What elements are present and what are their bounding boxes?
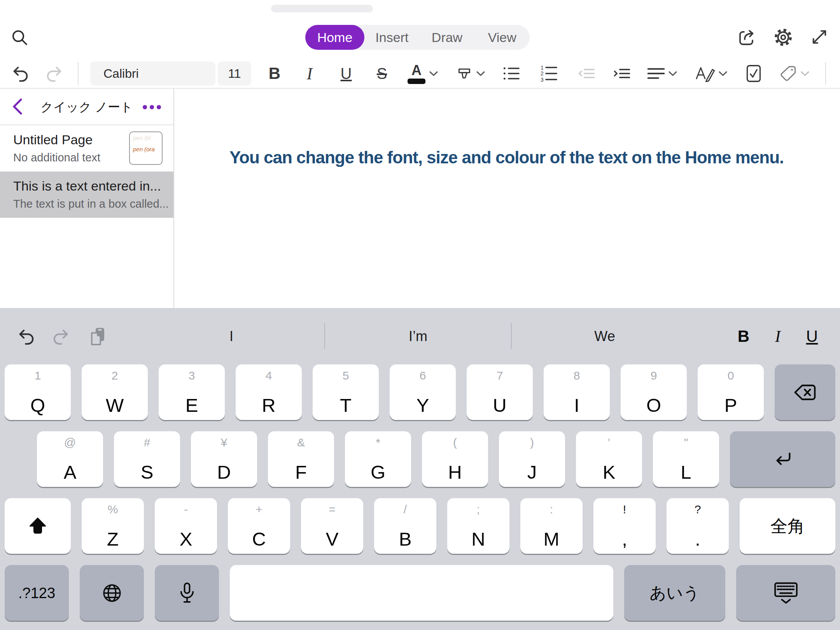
- key-N[interactable]: ;N: [447, 498, 509, 554]
- kb-bold-button[interactable]: B: [726, 327, 761, 346]
- underline-button[interactable]: U: [332, 59, 360, 88]
- key-E[interactable]: 3E: [159, 364, 225, 420]
- key-label: I: [544, 394, 610, 416]
- share-icon[interactable]: [737, 28, 756, 47]
- key-J[interactable]: )J: [499, 431, 565, 487]
- key-secondary-label: =: [301, 503, 363, 516]
- tab-draw[interactable]: Draw: [420, 25, 475, 50]
- key-R[interactable]: 4R: [236, 364, 302, 420]
- zenkaku-key[interactable]: 全角: [740, 498, 835, 554]
- key-F[interactable]: &F: [268, 431, 334, 487]
- font-color-button[interactable]: A: [401, 59, 444, 88]
- page-title: This is a text entered in...: [13, 178, 173, 194]
- key-Q[interactable]: 1Q: [5, 364, 71, 420]
- font-name-value: Calibri: [103, 66, 139, 81]
- key-V[interactable]: =V: [301, 498, 363, 554]
- key-X[interactable]: -X: [155, 498, 217, 554]
- globe-key[interactable]: [80, 565, 144, 621]
- key-O[interactable]: 9O: [621, 364, 687, 420]
- prediction-1[interactable]: I: [138, 308, 325, 364]
- page-list-item[interactable]: Untitled Page No additional text pen (bl…: [0, 125, 173, 172]
- key-I[interactable]: 8I: [544, 364, 610, 420]
- todo-checkbox-button[interactable]: [740, 59, 768, 88]
- key-label: C: [228, 528, 290, 550]
- key-label: E: [159, 394, 225, 416]
- numbers-mode-key[interactable]: .?123: [5, 565, 69, 621]
- key-D[interactable]: ¥D: [191, 431, 257, 487]
- key-label: Y: [390, 394, 456, 416]
- styles-button[interactable]: [690, 59, 733, 88]
- strikethrough-button[interactable]: S: [368, 59, 396, 88]
- key-C[interactable]: +C: [228, 498, 290, 554]
- key-secondary-label: 2: [82, 369, 148, 382]
- key-P[interactable]: 0P: [698, 364, 764, 420]
- tab-insert[interactable]: Insert: [364, 25, 420, 50]
- key-label: 全角: [740, 514, 835, 537]
- gear-icon[interactable]: [774, 28, 793, 47]
- kb-redo-icon[interactable]: [52, 327, 70, 345]
- paste-icon[interactable]: [88, 326, 108, 346]
- key-label: K: [576, 461, 642, 483]
- page-list-item-selected[interactable]: This is a text entered in... The text is…: [0, 172, 173, 218]
- delete-key[interactable]: [775, 364, 835, 420]
- outdent-button[interactable]: [572, 59, 600, 88]
- undo-icon[interactable]: [11, 59, 30, 88]
- bold-button[interactable]: B: [261, 59, 289, 88]
- shift-key[interactable]: [5, 498, 71, 554]
- key-B[interactable]: /B: [374, 498, 436, 554]
- chevron-down-icon: [668, 71, 677, 76]
- fullscreen-icon[interactable]: [810, 28, 829, 47]
- key-secondary-label: 1: [5, 369, 71, 382]
- redo-icon[interactable]: [45, 59, 64, 88]
- key-U[interactable]: 7U: [467, 364, 533, 420]
- key-label: .?123: [5, 584, 69, 601]
- space-key[interactable]: [230, 565, 613, 621]
- tab-view[interactable]: View: [474, 25, 530, 50]
- kb-underline-button[interactable]: U: [795, 327, 829, 346]
- key-G[interactable]: *G: [345, 431, 411, 487]
- dictation-key[interactable]: [155, 565, 219, 621]
- key-L[interactable]: "L: [653, 431, 719, 487]
- key-label: T: [313, 394, 379, 416]
- highlighter-button[interactable]: [448, 59, 493, 88]
- key-S[interactable]: #S: [114, 431, 180, 487]
- more-options-icon[interactable]: [143, 105, 161, 109]
- italic-button[interactable]: I: [296, 59, 324, 88]
- numbered-list-button[interactable]: 123: [535, 59, 563, 88]
- window-grabber[interactable]: [271, 5, 373, 12]
- kb-undo-icon[interactable]: [17, 327, 35, 345]
- key-T[interactable]: 5T: [313, 364, 379, 420]
- key-secondary-label: !: [593, 503, 656, 516]
- return-icon: [772, 450, 793, 469]
- dismiss-keyboard-key[interactable]: [736, 565, 835, 621]
- kana-mode-key[interactable]: あいう: [624, 565, 725, 621]
- key-secondary-label: %: [82, 503, 144, 516]
- key-A[interactable]: @A: [37, 431, 103, 487]
- question-period-key[interactable]: ?.: [667, 498, 729, 554]
- font-size-field[interactable]: 11: [218, 61, 251, 86]
- prediction-2[interactable]: I’m: [325, 308, 511, 364]
- key-K[interactable]: 'K: [576, 431, 642, 487]
- search-icon[interactable]: [10, 28, 29, 47]
- tag-button[interactable]: [773, 59, 816, 88]
- tab-home[interactable]: Home: [305, 25, 364, 50]
- alignment-button[interactable]: [641, 59, 684, 88]
- key-secondary-label: 9: [621, 369, 687, 382]
- note-body-text[interactable]: You can change the font, size and colour…: [229, 148, 784, 167]
- key-H[interactable]: (H: [422, 431, 488, 487]
- key-Y[interactable]: 6Y: [390, 364, 456, 420]
- indent-button[interactable]: [607, 59, 635, 88]
- exclamation-comma-key[interactable]: !,: [593, 498, 656, 554]
- kb-italic-button[interactable]: I: [761, 327, 795, 346]
- key-W[interactable]: 2W: [82, 364, 148, 420]
- chevron-down-icon: [429, 71, 438, 76]
- font-size-value: 11: [228, 66, 241, 81]
- return-key[interactable]: [730, 431, 835, 487]
- bullet-list-button[interactable]: [497, 59, 525, 88]
- key-label: W: [82, 394, 148, 416]
- key-M[interactable]: :M: [520, 498, 583, 554]
- font-name-field[interactable]: Calibri: [90, 61, 215, 86]
- sidebar-header: クイック ノート: [0, 89, 173, 125]
- key-Z[interactable]: %Z: [82, 498, 144, 554]
- prediction-3[interactable]: We: [511, 308, 698, 364]
